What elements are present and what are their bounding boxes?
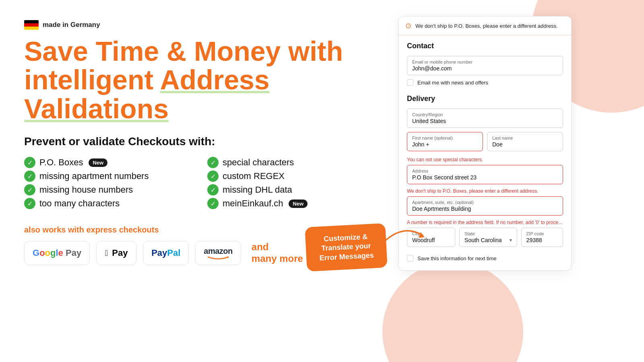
state-label: State [464, 231, 512, 236]
feature-item-dhl: ✓ missing DHL data [207, 184, 374, 195]
check-icon: ✓ [207, 171, 219, 182]
state-field-inner: South Carolina ▾ [464, 237, 512, 243]
and-more-text: and many more [252, 241, 303, 265]
name-row: First name (optional) John + Last name D… [407, 132, 563, 155]
made-in-germany-badge: made in Germany [24, 20, 374, 30]
headline-line2: intelligent Address Validations [24, 66, 374, 123]
zip-field[interactable]: ZIP code 29388 [521, 228, 563, 247]
email-label: Email or mobile phone number [412, 60, 558, 64]
main-headline: Save Time & Money with intelligent Addre… [24, 37, 374, 123]
first-name-field[interactable]: First name (optional) John + [407, 132, 483, 151]
right-panel: ⊙ We don't ship to P.O. Boxes, please en… [398, 0, 644, 362]
amazon-logo-inner: amazon [204, 247, 232, 260]
feature-text: too many characters [39, 198, 120, 209]
state-field[interactable]: State South Carolina ▾ [459, 228, 517, 247]
last-name-field[interactable]: Last name Doe [487, 132, 563, 151]
customize-line2: Translate your [321, 242, 371, 252]
subheadline: Prevent or validate Checkouts with: [24, 135, 374, 148]
main-layout: made in Germany Save Time & Money with i… [0, 0, 644, 362]
email-checkbox-label: Email me with news and offers [417, 80, 488, 86]
zip-label: ZIP code [526, 231, 558, 236]
feature-item-meineinkauf: ✓ meinEinkauf.ch New [207, 198, 374, 209]
email-field[interactable]: Email or mobile phone number John@doe.co… [407, 56, 563, 75]
feature-text: P.O. Boxes [39, 157, 83, 168]
country-field[interactable]: Country/Region United States [407, 109, 563, 128]
contact-title: Contact [407, 42, 563, 50]
gpay-text: Google Pay [33, 248, 81, 258]
save-info-label: Save this information for next time [417, 255, 497, 261]
apt-label: Apartment, suite, etc. (optional) [412, 200, 558, 205]
amazon-logo: amazon [195, 241, 241, 265]
left-panel: made in Germany Save Time & Money with i… [0, 0, 398, 362]
apt-field[interactable]: Apartment, suite, etc. (optional) Doe Ap… [407, 196, 563, 216]
state-value: South Carolina [464, 237, 502, 243]
address-value: P.O Box Second street 23 [412, 174, 558, 181]
germany-flag [24, 20, 39, 30]
feature-item-characters: ✓ too many characters [24, 198, 191, 209]
email-checkbox[interactable] [407, 79, 413, 86]
check-icon: ✓ [207, 157, 219, 168]
feature-item-house: ✓ missing house numbers [24, 184, 191, 195]
feature-item-special-chars: ✓ special characters [207, 157, 374, 168]
apt-error: A number is required in the address fiel… [407, 220, 563, 225]
feature-text: missing DHL data [223, 185, 292, 195]
first-name-error: You can not use special characters. [407, 157, 563, 162]
feature-text: special characters [223, 157, 294, 168]
feature-text: custom REGEX [223, 171, 285, 181]
flag-red [24, 23, 39, 27]
flag-gold [24, 27, 39, 30]
check-icon: ✓ [207, 184, 219, 195]
paypal-text: PayPal [151, 248, 180, 258]
gpay-logo: Google Pay [24, 241, 90, 265]
first-name-value: John + [412, 141, 478, 148]
check-icon: ✓ [24, 198, 35, 209]
address-field[interactable]: Address P.O Box Second street 23 [407, 165, 563, 184]
customize-bubble: Customize & Translate your Error Message… [305, 223, 387, 272]
check-icon: ✓ [24, 157, 35, 168]
features-grid: ✓ P.O. Boxes New ✓ special characters ✓ … [24, 157, 374, 209]
arrow-icon [378, 219, 427, 251]
state-dropdown-icon: ▾ [510, 237, 512, 243]
feature-text: missing apartment numbers [39, 171, 149, 181]
city-state-zip-row: City Woodruff State South Carolina ▾ ZIP… [407, 228, 563, 251]
customize-line3: Error Messages [319, 251, 374, 262]
delivery-title: Delivery [407, 95, 563, 103]
headline-line2-text: intelligent [24, 64, 160, 95]
paypal-logo: PayPal [143, 241, 189, 265]
flag-black [24, 20, 39, 23]
address-label: Address [412, 169, 558, 173]
feature-text: meinEinkauf.ch [223, 198, 283, 209]
first-name-label: First name (optional) [412, 136, 478, 140]
save-info-checkbox[interactable] [407, 255, 413, 261]
check-icon: ✓ [207, 198, 219, 209]
customize-line1: Customize & [324, 232, 368, 243]
new-badge: New [89, 158, 107, 167]
save-info-row: Save this information for next time [407, 255, 563, 261]
error-banner: ⊙ We don't ship to P.O. Boxes, please en… [399, 16, 571, 35]
country-label: Country/Region [412, 112, 558, 117]
check-icon: ✓ [24, 184, 35, 195]
zip-value: 29388 [526, 237, 558, 243]
last-name-value: Doe [492, 141, 558, 148]
amazon-text: amazon [204, 247, 232, 256]
feature-text: missing house numbers [39, 185, 133, 195]
made-in-germany-text: made in Germany [43, 21, 100, 29]
email-checkbox-row: Email me with news and offers [407, 79, 563, 86]
last-name-label: Last name [492, 136, 558, 140]
feature-item-po-boxes: ✓ P.O. Boxes New [24, 157, 191, 168]
feature-item-regex: ✓ custom REGEX [207, 171, 374, 182]
country-value: United States [412, 118, 558, 124]
contact-section: Contact Email or mobile phone number Joh… [399, 35, 571, 93]
address-error: We don't ship to P.O. Boxes, please ente… [407, 188, 563, 194]
amazon-smile-icon [206, 256, 230, 260]
headline-line1: Save Time & Money with [24, 37, 374, 66]
applepay-logo:  Pay [96, 241, 136, 265]
error-banner-text: We don't ship to P.O. Boxes, please ente… [415, 23, 558, 29]
apt-value: Doe Aprtments Building [412, 206, 558, 212]
new-badge: New [289, 200, 308, 208]
email-value: John@doe.com [412, 65, 558, 72]
feature-item-apartment: ✓ missing apartment numbers [24, 171, 191, 182]
svg-marker-0 [227, 256, 229, 258]
applepay-text:  Pay [105, 248, 128, 258]
check-icon: ✓ [24, 171, 35, 182]
